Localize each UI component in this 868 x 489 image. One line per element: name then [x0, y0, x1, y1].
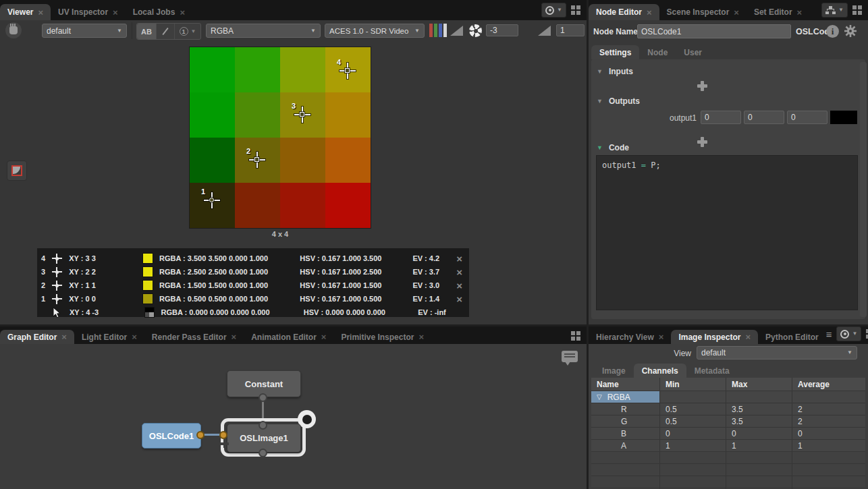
pixel-probe-marker[interactable]: 3 [294, 107, 310, 123]
add-input-button[interactable] [697, 81, 707, 91]
exposure-wedge-icon[interactable] [450, 26, 463, 36]
subtab-user[interactable]: User [676, 45, 710, 59]
tab-primitive-inspector[interactable]: Primitive Inspector × [333, 330, 431, 344]
probe-delete-button[interactable]: × [456, 267, 462, 277]
table-row[interactable]: B 0 0 0 [591, 428, 865, 440]
display-transform-value: ACES 1.0 - SDR Video [329, 27, 408, 35]
display-transform-select[interactable]: ACES 1.0 - SDR Video ▼ [325, 24, 425, 38]
pixel-probe-marker[interactable]: 2 [249, 152, 265, 168]
clipping-indicator-button[interactable] [7, 161, 27, 181]
node-name-input[interactable]: OSLCode1 [637, 24, 791, 38]
compare-image-select[interactable]: 1 ▼ [174, 24, 200, 39]
gamma-wedge-icon[interactable] [538, 26, 551, 36]
wipe-tool-button[interactable] [156, 24, 174, 39]
node-tree-menu-button[interactable]: ▼ [821, 3, 848, 18]
tab-render-pass-editor[interactable]: Render Pass Editor × [144, 330, 244, 344]
outputs-section-header[interactable]: ▼ Outputs [597, 96, 640, 106]
connector-dot[interactable] [259, 449, 267, 457]
close-icon[interactable]: × [734, 8, 739, 17]
subtab-node[interactable]: Node [639, 45, 676, 59]
probe-hsv: HSV : 0.167 1.000 3.500 [300, 254, 412, 262]
subtab-metadata[interactable]: Metadata [686, 364, 738, 378]
close-icon[interactable]: × [647, 8, 652, 17]
subtab-image[interactable]: Image [594, 364, 634, 378]
annotation-icon[interactable] [562, 351, 578, 362]
tab-hierarchy-view[interactable]: Hierarchy View × [589, 330, 671, 344]
pixel-probe-marker[interactable]: 4 [340, 63, 356, 79]
solo-channel-icon[interactable] [429, 24, 447, 37]
tab-uv-inspector[interactable]: UV Inspector × [51, 4, 126, 20]
table-group-row[interactable]: ▽ RGBA [591, 391, 865, 403]
pan-tool-button[interactable] [5, 22, 22, 38]
layout-grid-icon[interactable] [571, 331, 581, 341]
col-header-name[interactable]: Name [591, 378, 660, 391]
probe-delete-button[interactable]: × [456, 254, 462, 264]
close-icon[interactable]: × [745, 333, 751, 341]
close-icon[interactable]: × [180, 8, 185, 17]
node-oslcode[interactable]: OSLCode1 [142, 423, 201, 449]
expand-triangle-icon[interactable]: ▽ [597, 393, 602, 401]
subtab-settings[interactable]: Settings [591, 45, 639, 59]
ring-plus-icon[interactable] [220, 439, 229, 448]
focus-node-menu-button[interactable]: ▼ [541, 3, 566, 18]
tab-node-editor[interactable]: Node Editor × [589, 4, 659, 20]
exposure-input[interactable]: -3 [486, 24, 518, 36]
close-icon[interactable]: × [61, 333, 67, 341]
tab-animation-editor[interactable]: Animation Editor × [244, 330, 333, 344]
focus-node-menu-button[interactable]: ▼ [836, 326, 861, 341]
close-icon[interactable]: × [659, 333, 664, 341]
probe-delete-button[interactable]: × [456, 294, 462, 304]
close-icon[interactable]: × [232, 333, 237, 341]
pixel-probe-marker[interactable]: 1 [204, 192, 220, 208]
col-header-min[interactable]: Min [660, 378, 726, 391]
shader-output-dot[interactable] [196, 431, 205, 439]
info-icon[interactable]: i [826, 25, 839, 38]
inspector-view-select[interactable]: default ▼ [697, 346, 857, 359]
tab-image-inspector[interactable]: Image Inspector × [671, 330, 758, 344]
gear-icon[interactable] [844, 24, 857, 38]
close-icon[interactable]: × [38, 8, 43, 17]
node-tree-icon [825, 6, 836, 15]
subtab-image-label: Image [602, 366, 626, 376]
add-output-button[interactable] [697, 137, 707, 147]
aperture-icon[interactable] [469, 24, 482, 37]
close-icon[interactable]: × [132, 333, 137, 341]
output1-y-input[interactable]: 0 [744, 111, 784, 124]
output1-color-swatch[interactable] [830, 111, 857, 124]
layout-grid-icon[interactable] [571, 5, 581, 16]
group-row-name-cell[interactable]: ▽ RGBA [591, 391, 660, 403]
tab-light-editor[interactable]: Light Editor × [74, 330, 144, 344]
layout-grid-icon[interactable] [852, 5, 863, 16]
table-row[interactable]: G 0.5 3.5 2 [591, 415, 865, 428]
shader-input-dot[interactable] [219, 431, 227, 439]
col-header-max[interactable]: Max [726, 378, 792, 391]
tab-python-editor[interactable]: Python Editor [758, 330, 826, 344]
close-icon[interactable]: × [321, 333, 327, 341]
connector-dot[interactable] [259, 421, 267, 430]
inputs-section-header[interactable]: ▼ Inputs [597, 67, 633, 76]
output1-x-input[interactable]: 0 [701, 111, 741, 124]
connector-dot[interactable] [259, 393, 267, 402]
tab-graph-editor[interactable]: Graph Editor × [0, 330, 74, 344]
channels-select[interactable]: RGBA ▼ [206, 24, 321, 38]
table-row[interactable]: A 1 1 1 [591, 440, 865, 452]
code-editor[interactable]: output1 = P; [596, 155, 858, 310]
probe-delete-button[interactable]: × [456, 281, 462, 291]
menu-hamburger-icon[interactable]: ≡ [826, 329, 832, 339]
tab-scene-inspector[interactable]: Scene Inspector × [659, 4, 747, 20]
output1-z-input[interactable]: 0 [787, 111, 828, 124]
col-header-average[interactable]: Average [792, 378, 865, 391]
code-section-header[interactable]: ▼ Code [597, 143, 629, 152]
close-icon[interactable]: × [418, 333, 424, 341]
gamma-input[interactable]: 1 [556, 24, 585, 36]
tab-viewer[interactable]: Viewer × [0, 4, 51, 20]
scrollbar-gutter[interactable] [860, 62, 867, 317]
table-row[interactable]: R 0.5 3.5 2 [591, 403, 865, 415]
tab-set-editor[interactable]: Set Editor × [747, 4, 809, 20]
close-icon[interactable]: × [113, 8, 118, 17]
subtab-channels[interactable]: Channels [634, 364, 686, 378]
close-icon[interactable]: × [797, 8, 803, 17]
compare-ab-button[interactable]: AB [137, 24, 156, 39]
tab-local-jobs[interactable]: Local Jobs × [126, 4, 192, 20]
viewer-view-select[interactable]: default ▼ [42, 24, 127, 38]
